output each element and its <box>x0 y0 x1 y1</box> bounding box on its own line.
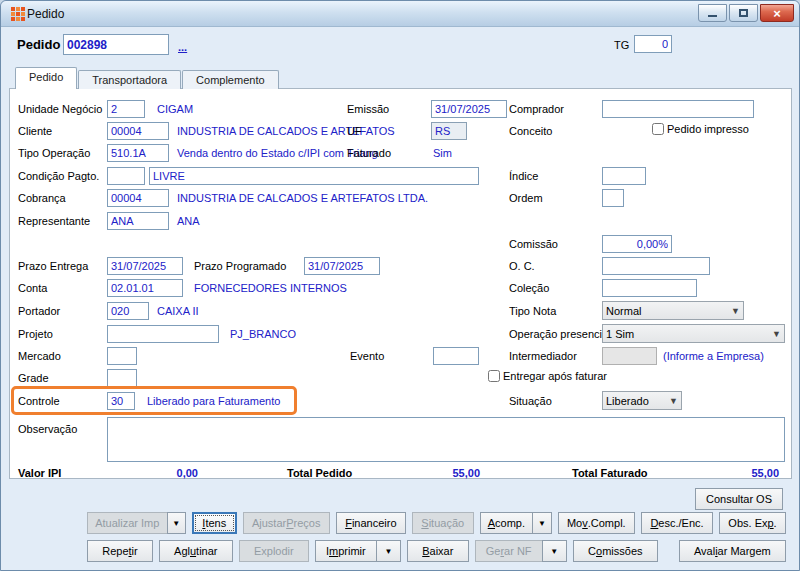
portador-desc: CAIXA II <box>157 305 199 317</box>
mercado-label: Mercado <box>18 350 61 362</box>
cobranca-input[interactable] <box>107 189 169 207</box>
desc-enc-button[interactable]: Desc./Enc. <box>641 512 713 534</box>
portador-input[interactable] <box>107 302 149 320</box>
projeto-label: Projeto <box>18 328 53 340</box>
tab-transportadora[interactable]: Transportadora <box>78 70 181 89</box>
ajustar-precos-button[interactable]: Ajustar Preços <box>243 512 330 534</box>
close-icon: × <box>773 6 781 21</box>
representante-input[interactable] <box>107 212 169 230</box>
colecao-input[interactable] <box>602 279 697 297</box>
uf-input <box>431 122 467 140</box>
close-button[interactable]: × <box>760 4 794 22</box>
conta-desc: FORNECEDORES INTERNOS <box>194 282 347 294</box>
imprimir-dropdown-arrow[interactable]: ▼ <box>376 540 401 562</box>
baixar-button[interactable]: Baixar <box>407 540 469 562</box>
avaliar-margem-button[interactable]: Avaliar Margem <box>679 540 786 562</box>
financeiro-button[interactable]: Financeiro <box>336 512 406 534</box>
colecao-label: Coleção <box>509 282 549 294</box>
oc-label: O. C. <box>509 260 535 272</box>
situacao-button[interactable]: Situação <box>412 512 474 534</box>
button-row-spacer <box>664 540 673 562</box>
emissao-input[interactable] <box>431 100 507 118</box>
window-title: Pedido <box>27 7 64 21</box>
indice-label: Índice <box>509 170 538 182</box>
faturado-label: Faturado <box>347 147 391 159</box>
oc-input[interactable] <box>602 257 710 275</box>
tipo-operacao-input[interactable] <box>107 144 169 162</box>
title-bar: Pedido × <box>1 1 799 27</box>
atualizar-imp-button[interactable]: Atualizar Imp <box>87 512 167 534</box>
tg-input[interactable] <box>634 35 672 53</box>
minimize-button[interactable] <box>698 4 727 22</box>
ordem-input[interactable] <box>602 189 624 207</box>
pedido-number-input[interactable] <box>63 34 169 55</box>
pedido-tab-panel: Unidade Negócio CIGAM Emissão Comprador … <box>9 88 792 479</box>
representante-label: Representante <box>18 215 90 227</box>
situacao-select[interactable]: Liberado ▼ <box>602 391 682 410</box>
situacao-value: Liberado <box>606 395 649 407</box>
gerar-nf-button[interactable]: Gerar NF <box>475 540 542 562</box>
imprimir-button[interactable]: Imprimir <box>315 540 376 562</box>
prazo-programado-input[interactable] <box>304 257 380 275</box>
acomp-button[interactable]: Acomp. <box>480 512 533 534</box>
tipo-nota-select[interactable]: Normal ▼ <box>602 301 744 320</box>
obs-exp-button[interactable]: Obs. Exp. <box>719 512 786 534</box>
chevron-down-icon: ▼ <box>665 396 678 406</box>
maximize-icon <box>739 9 748 17</box>
maximize-button[interactable] <box>729 4 758 22</box>
consultar-os-button[interactable]: Consultar OS <box>695 488 783 510</box>
chevron-down-icon: ▼ <box>768 329 781 339</box>
comprador-input[interactable] <box>602 100 754 118</box>
prazo-programado-label: Prazo Programado <box>194 260 286 272</box>
pedido-impresso-checkbox-input[interactable] <box>652 123 664 135</box>
conta-input[interactable] <box>107 279 183 297</box>
repetir-button[interactable]: Repetir <box>87 540 153 562</box>
controle-desc: Liberado para Faturamento <box>147 395 280 407</box>
operacao-presencial-select[interactable]: 1 Sim ▼ <box>602 324 785 343</box>
atualizar-imp-dropdown-arrow[interactable]: ▼ <box>167 512 186 534</box>
mov-compl-button[interactable]: Mov.Compl. <box>558 512 635 534</box>
cliente-input[interactable] <box>107 122 169 140</box>
unidade-negocio-input[interactable] <box>107 100 145 118</box>
uf-label: UF <box>347 125 362 137</box>
observacao-textarea[interactable] <box>107 417 785 462</box>
evento-input[interactable] <box>433 347 479 365</box>
tab-pedido[interactable]: Pedido <box>15 67 77 89</box>
pedido-impresso-checkbox[interactable]: Pedido impresso <box>652 123 749 135</box>
acomp-dropdown-arrow[interactable]: ▼ <box>532 512 551 534</box>
pedido-lookup-link[interactable]: ... <box>178 41 187 53</box>
tipo-nota-value: Normal <box>606 305 641 317</box>
controle-input[interactable] <box>107 392 135 410</box>
itens-button[interactable]: Itens <box>192 512 237 534</box>
projeto-input[interactable] <box>107 325 219 343</box>
indice-input[interactable] <box>602 167 646 185</box>
intermediador-input <box>602 347 657 365</box>
condicao-pagto-desc-input[interactable] <box>149 167 479 185</box>
portador-label: Portador <box>18 305 60 317</box>
unidade-negocio-desc: CIGAM <box>157 103 193 115</box>
tab-strip: Pedido Transportadora Complemento <box>15 67 280 89</box>
comissao-input[interactable] <box>602 235 672 253</box>
comissoes-button[interactable]: Comissões <box>573 540 658 562</box>
gerar-nf-dropdown-arrow[interactable]: ▼ <box>542 540 567 562</box>
conta-label: Conta <box>18 282 47 294</box>
operacao-presencial-label: Operação presencial <box>509 328 611 340</box>
prazo-entrega-input[interactable] <box>107 257 183 275</box>
mercado-input[interactable] <box>107 347 137 365</box>
button-row-2: Repetir Aglutinar Explodir Imprimir ▼ Ba… <box>87 540 786 562</box>
explodir-button[interactable]: Explodir <box>239 540 309 562</box>
app-icon <box>11 7 15 11</box>
minimize-icon <box>708 15 717 17</box>
tab-complemento[interactable]: Complemento <box>182 70 278 89</box>
cobranca-desc: INDUSTRIA DE CALCADOS E ARTEFATOS LTDA. <box>177 192 428 204</box>
operacao-presencial-value: 1 Sim <box>606 328 634 340</box>
comprador-label: Comprador <box>509 103 564 115</box>
intermediador-label: Intermediador <box>509 350 577 362</box>
grade-input[interactable] <box>107 369 137 387</box>
aglutinar-button[interactable]: Aglutinar <box>159 540 233 562</box>
condicao-pagto-input[interactable] <box>107 167 145 185</box>
total-faturado-label: Total Faturado <box>572 467 648 479</box>
pedido-header-label: Pedido <box>17 37 60 52</box>
entregar-apos-faturar-checkbox-input[interactable] <box>488 370 500 382</box>
entregar-apos-faturar-checkbox[interactable]: Entregar após faturar <box>488 370 607 382</box>
